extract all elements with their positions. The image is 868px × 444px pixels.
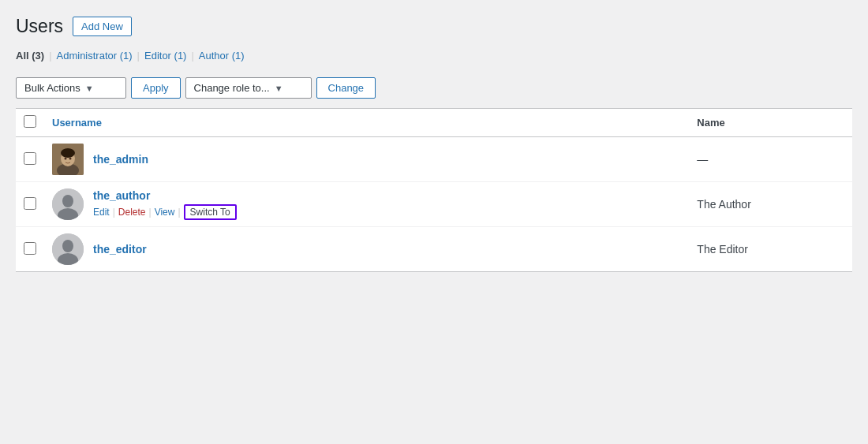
svg-point-4 <box>65 158 67 160</box>
bulk-actions-label: Bulk Actions <box>24 82 80 94</box>
users-table: Username Name <box>16 108 852 272</box>
table-row: the_author Edit | Delete | View | Switch… <box>16 182 852 227</box>
name-header: Name <box>689 109 852 137</box>
row-checkbox-cell-editor <box>16 227 44 272</box>
toolbar: Bulk Actions ▼ Apply Change role to... ▼… <box>16 71 852 105</box>
filter-author[interactable]: Author (1) <box>199 50 245 62</box>
sep-1: | <box>49 50 51 62</box>
name-value-editor: The Editor <box>697 243 748 256</box>
avatar-admin <box>52 144 84 175</box>
svg-point-5 <box>69 158 72 160</box>
select-all-header <box>16 109 44 137</box>
switch-to-button-author[interactable]: Switch To <box>184 204 237 220</box>
name-value-author: The Author <box>697 198 751 211</box>
avatar-editor <box>52 233 84 265</box>
svg-point-10 <box>62 240 73 252</box>
avatar-author <box>52 188 84 220</box>
filter-links: All (3) | Administrator (1) | Editor (1)… <box>16 50 852 62</box>
avatar-silhouette-editor <box>52 233 84 265</box>
username-cell-admin: the_admin <box>44 137 689 182</box>
sep-view-switch: | <box>178 207 180 218</box>
row-checkbox-cell <box>16 137 44 182</box>
user-actions-author: Edit | Delete | View | Switch To <box>93 204 237 220</box>
edit-link-author[interactable]: Edit <box>93 207 110 218</box>
username-link-editor[interactable]: the_editor <box>93 243 147 256</box>
change-role-chevron-icon: ▼ <box>275 84 283 93</box>
change-role-button[interactable]: Change role to... ▼ <box>185 77 312 99</box>
sep-delete-view: | <box>149 207 152 218</box>
name-value-admin: — <box>697 153 708 166</box>
view-link-author[interactable]: View <box>155 207 175 218</box>
avatar-photo-svg <box>52 144 84 175</box>
avatar-silhouette-author <box>52 188 84 220</box>
name-cell-author: The Author <box>689 182 852 227</box>
row-checkbox-editor[interactable] <box>24 242 36 255</box>
add-new-button[interactable]: Add New <box>73 17 132 36</box>
change-role-label: Change role to... <box>194 82 270 94</box>
row-checkbox-admin[interactable] <box>24 152 36 165</box>
filter-all[interactable]: All (3) <box>16 50 44 62</box>
table-row: the_admin — <box>16 137 852 182</box>
delete-link-author[interactable]: Delete <box>118 207 146 218</box>
name-cell-editor: The Editor <box>689 227 852 272</box>
sep-2: | <box>137 50 140 62</box>
filter-administrator[interactable]: Administrator (1) <box>57 50 133 62</box>
apply-button[interactable]: Apply <box>131 77 181 99</box>
table-row: the_editor The Editor <box>16 227 852 272</box>
change-button[interactable]: Change <box>316 77 376 99</box>
select-all-checkbox[interactable] <box>24 115 36 128</box>
row-checkbox-cell-author <box>16 182 44 227</box>
username-cell-author: the_author Edit | Delete | View | Switch… <box>44 182 689 227</box>
username-header[interactable]: Username <box>44 109 689 137</box>
bulk-actions-button[interactable]: Bulk Actions ▼ <box>16 77 126 99</box>
sep-3: | <box>191 50 193 62</box>
username-link-author[interactable]: the_author <box>93 189 237 202</box>
svg-point-3 <box>61 148 75 158</box>
filter-editor[interactable]: Editor (1) <box>144 50 186 62</box>
name-cell-admin: — <box>689 137 852 182</box>
svg-point-7 <box>62 195 73 207</box>
username-link-admin[interactable]: the_admin <box>93 153 148 166</box>
bulk-actions-chevron-icon: ▼ <box>85 84 94 93</box>
page-title: Users <box>16 16 63 37</box>
sep-edit-delete: | <box>113 207 115 218</box>
username-cell-editor: the_editor <box>44 227 689 272</box>
row-checkbox-author[interactable] <box>24 197 36 210</box>
